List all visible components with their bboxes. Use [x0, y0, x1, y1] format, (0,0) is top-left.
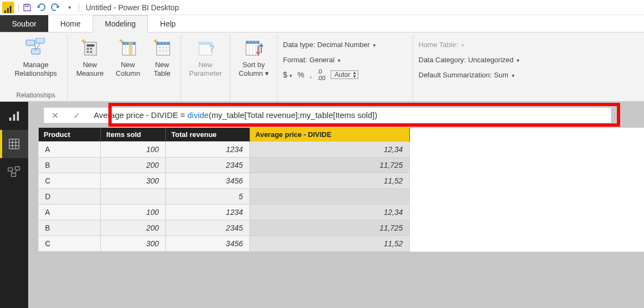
- group-label-relationships: Relationships: [10, 90, 62, 101]
- svg-text:?: ?: [209, 43, 215, 54]
- data-category-value: Uncategorized: [468, 56, 513, 64]
- cell-items[interactable]: [101, 189, 166, 205]
- table-row[interactable]: A100123412,34: [38, 142, 410, 158]
- tab-home[interactable]: Home: [48, 15, 92, 32]
- format-dropdown[interactable]: Format: General: [283, 52, 376, 67]
- accept-formula-button[interactable]: ✓: [66, 108, 87, 123]
- cell-avg[interactable]: 11,52: [250, 236, 410, 252]
- cell-items[interactable]: 100: [101, 142, 166, 158]
- model-view-button[interactable]: [0, 158, 28, 186]
- cell-product[interactable]: A: [38, 142, 101, 158]
- cell-avg[interactable]: [250, 189, 410, 205]
- ribbon: Manage Relationships Relationships New M…: [0, 32, 644, 102]
- header-row: Product Items sold Total revenue Average…: [38, 128, 410, 142]
- table-row[interactable]: C300345611,52: [38, 236, 410, 252]
- tab-modeling[interactable]: Modeling: [93, 15, 149, 32]
- table-row[interactable]: B200234511,725: [38, 220, 410, 236]
- cell-revenue[interactable]: 1234: [166, 205, 250, 220]
- col-header-revenue[interactable]: Total revenue: [166, 128, 250, 142]
- cell-avg[interactable]: 12,34: [250, 205, 410, 220]
- data-type-dropdown[interactable]: Data type: Decimal Number: [283, 37, 376, 52]
- svg-rect-0: [4, 10, 6, 13]
- divider: [79, 3, 79, 12]
- chevron-down-icon: [511, 71, 514, 79]
- formula-bar[interactable]: ✕ ✓ Average price - DIVIDE = divide(my_t…: [43, 107, 611, 123]
- cell-revenue[interactable]: 3456: [166, 173, 250, 189]
- new-table-button[interactable]: New Table: [149, 37, 175, 77]
- svg-rect-44: [8, 168, 12, 171]
- thousand-sep-button[interactable]: ,: [310, 70, 312, 79]
- precision-value: Autor: [334, 71, 350, 78]
- col-header-items[interactable]: Items sold: [101, 128, 166, 142]
- formula-measure-name: Average price - DIVIDE: [94, 110, 178, 120]
- group-formatting: Data type: Decimal Number Format: Genera…: [278, 35, 413, 101]
- parameter-icon: ?: [195, 37, 216, 58]
- cell-product[interactable]: D: [38, 189, 101, 205]
- cancel-formula-button[interactable]: ✕: [44, 108, 66, 123]
- cell-product[interactable]: C: [38, 173, 101, 189]
- cell-avg[interactable]: 11,52: [250, 173, 410, 189]
- data-view-button[interactable]: [0, 130, 28, 158]
- relationships-icon: [25, 37, 47, 58]
- table-row[interactable]: D5: [38, 189, 410, 205]
- data-grid[interactable]: Product Items sold Total revenue Average…: [38, 128, 644, 252]
- group-relationships: Manage Relationships Relationships: [4, 35, 68, 101]
- cell-items[interactable]: 200: [101, 220, 166, 236]
- cell-items[interactable]: 300: [101, 236, 166, 252]
- percent-button[interactable]: %: [298, 70, 304, 79]
- svg-rect-5: [36, 38, 44, 43]
- summarization-dropdown[interactable]: Default Summarization: Sum: [418, 67, 519, 82]
- number-format-row: $ ▾ % , .0.00 Autor ▲▼: [283, 67, 376, 82]
- cell-revenue[interactable]: 2345: [166, 158, 250, 173]
- cell-revenue[interactable]: 1234: [166, 142, 250, 158]
- cell-revenue[interactable]: 5: [166, 189, 250, 205]
- data-category-dropdown[interactable]: Data Category: Uncategorized: [418, 52, 519, 67]
- spinner-icon[interactable]: ▲▼: [352, 71, 357, 78]
- decimal-precision-input[interactable]: Autor ▲▼: [331, 70, 358, 79]
- qat-customize[interactable]: ▾: [63, 2, 75, 14]
- title-bar: ▾ Untitled - Power BI Desktop: [0, 0, 644, 15]
- sort-by-column-button[interactable]: Sort by Column ▾: [236, 37, 272, 77]
- currency-button[interactable]: $ ▾: [283, 70, 292, 79]
- cell-items[interactable]: 300: [101, 173, 166, 189]
- cell-revenue[interactable]: 3456: [166, 236, 250, 252]
- cell-avg[interactable]: 11,725: [250, 158, 410, 173]
- tab-help[interactable]: Help: [148, 15, 188, 32]
- cell-avg[interactable]: 11,725: [250, 220, 410, 236]
- new-column-button[interactable]: New Column: [112, 37, 144, 77]
- main-panel: ✕ ✓ Average price - DIVIDE = divide(my_t…: [28, 102, 644, 308]
- table-row[interactable]: A100123412,34: [38, 205, 410, 220]
- cell-items[interactable]: 100: [101, 205, 166, 220]
- svg-rect-17: [129, 42, 132, 55]
- formula-args: (my_table[Total revenue];my_table[Items …: [209, 110, 377, 120]
- col-header-product[interactable]: Product: [38, 128, 101, 142]
- svg-rect-1: [7, 8, 9, 13]
- cell-avg[interactable]: 12,34: [250, 142, 410, 158]
- file-tab[interactable]: Soubor: [0, 15, 48, 32]
- table-row[interactable]: C300345611,52: [38, 173, 410, 189]
- group-sort: Sort by Column ▾: [230, 35, 278, 101]
- column-icon: [117, 37, 139, 58]
- formula-text[interactable]: Average price - DIVIDE = divide(my_table…: [87, 110, 611, 121]
- cell-product[interactable]: C: [38, 236, 101, 252]
- col-header-avg[interactable]: Average price - DIVIDE: [250, 128, 410, 142]
- cell-product[interactable]: B: [38, 220, 101, 236]
- manage-relationships-button[interactable]: Manage Relationships: [10, 37, 62, 77]
- chevron-down-icon: [337, 56, 340, 64]
- cell-items[interactable]: 200: [101, 158, 166, 173]
- cell-revenue[interactable]: 2345: [166, 220, 250, 236]
- undo-button[interactable]: [35, 2, 47, 14]
- table-row[interactable]: B200234511,725: [38, 158, 410, 173]
- quick-access-toolbar: ▾: [21, 2, 80, 14]
- divider: [18, 3, 19, 12]
- cell-product[interactable]: A: [38, 205, 101, 220]
- svg-rect-4: [26, 40, 35, 45]
- decimals-icon[interactable]: .0.00: [317, 68, 325, 81]
- formula-equals: =: [178, 110, 188, 120]
- new-measure-button[interactable]: New Measure: [73, 37, 107, 77]
- cell-product[interactable]: B: [38, 158, 101, 173]
- report-view-button[interactable]: [0, 102, 28, 130]
- new-parameter-button: ? New Parameter: [186, 37, 224, 77]
- redo-button[interactable]: [49, 2, 61, 14]
- save-button[interactable]: [21, 2, 33, 14]
